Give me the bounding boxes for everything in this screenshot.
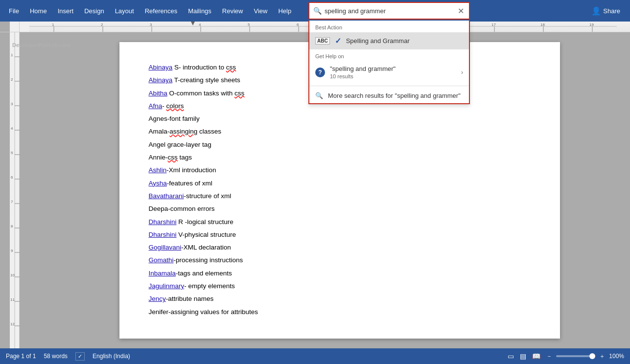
list-item: Angel grace-layer tag (149, 139, 531, 151)
list-item: Jagulinmary- empty elements (149, 280, 531, 292)
svg-text:5: 5 (11, 151, 13, 155)
link-gomathi[interactable]: Gomathi (149, 256, 174, 264)
search-container: 🔍 ✕ Best Action ABC ✓ Spelling and Gramm… (308, 2, 470, 20)
link-afna[interactable]: Afna (149, 102, 163, 110)
link-inbamala[interactable]: Inbamala (149, 270, 176, 277)
status-right: ▭ ▤ 📖 － ＋ 100% (506, 351, 624, 361)
list-item: Gogillavani-XML declaration (149, 242, 531, 253)
print-layout-button[interactable]: ▭ (506, 351, 516, 361)
svg-text:1: 1 (52, 23, 54, 27)
svg-text:2: 2 (11, 77, 13, 82)
list-item: Agnes-font family (149, 113, 531, 125)
menu-design[interactable]: Design (79, 4, 109, 18)
checkmark-icon: ✓ (335, 36, 341, 46)
svg-text:1: 1 (11, 53, 13, 57)
get-help-label: Get Help on (309, 49, 469, 61)
menu-mailings[interactable]: Mailings (183, 4, 216, 18)
list-item: Dharshini R -logical structure (149, 216, 531, 228)
list-item: Gomathi-processing instructions (149, 254, 531, 266)
word-count: 58 words (44, 353, 68, 360)
zoom-level: 100% (609, 353, 624, 360)
svg-text:11: 11 (10, 297, 15, 302)
link-jency[interactable]: Jency (149, 295, 166, 302)
list-item: Dharshini V-physical structure (149, 229, 531, 241)
menu-references[interactable]: References (140, 4, 182, 18)
link-ashlin[interactable]: Ashlin (149, 166, 167, 174)
list-item: Jenifer-assigning values for attributes (149, 306, 531, 318)
svg-text:5: 5 (248, 23, 250, 27)
link-jagulinmary[interactable]: Jagulinmary (149, 282, 185, 290)
link-bavatharani[interactable]: Bavatharani (149, 192, 184, 200)
help-query-text: "spelling and grammer" 10 results (330, 65, 456, 80)
squiggle-css-2: css (234, 90, 244, 97)
zoom-in-button[interactable]: ＋ (599, 352, 605, 361)
view-icons: ▭ ▤ 📖 (506, 351, 542, 361)
close-icon[interactable]: ✕ (457, 6, 465, 16)
menu-home[interactable]: Home (25, 4, 52, 18)
person-icon: 👤 (591, 6, 601, 16)
search-more-icon: 🔍 (315, 92, 323, 99)
search-input[interactable] (325, 7, 457, 15)
vertical-ruler: 1 2 3 4 5 6 7 8 9 10 11 12 (10, 32, 20, 348)
svg-text:3: 3 (150, 23, 152, 27)
svg-text:6: 6 (297, 23, 299, 27)
svg-text:3: 3 (11, 102, 13, 106)
svg-text:6: 6 (11, 175, 13, 180)
link-dharshini-v[interactable]: Dharshini (149, 231, 177, 238)
svg-text:19: 19 (589, 23, 594, 27)
more-results[interactable]: 🔍 More search results for "spelling and … (309, 88, 469, 103)
link-gogillavani[interactable]: Gogillavani (149, 244, 182, 251)
svg-text:4: 4 (199, 23, 201, 27)
menu-file[interactable]: File (4, 4, 24, 18)
zoom-thumb (589, 353, 595, 359)
best-action-item: Spelling and Grammar (346, 37, 463, 45)
link-dharshini-r[interactable]: Dharshini (149, 218, 177, 226)
proofing-icon[interactable]: ✓ (75, 352, 85, 361)
svg-text:7: 7 (11, 200, 13, 204)
squiggle-colors: colors (166, 102, 184, 110)
help-icon: ? (315, 68, 325, 77)
zoom-out-button[interactable]: － (546, 352, 552, 361)
list-item: Ashlin-Xml introduction (149, 164, 531, 176)
search-box: 🔍 ✕ (308, 2, 470, 20)
svg-text:2: 2 (101, 23, 103, 27)
list-item: Inbamala-tags and elements (149, 268, 531, 279)
list-item: Jency-attribute names (149, 293, 531, 305)
list-item: Annie-css tags (149, 152, 531, 163)
list-item: Bavatharani-structure of xml (149, 190, 531, 202)
link-abitha[interactable]: Abitha (149, 90, 167, 97)
more-results-label: More search results for "spelling and gr… (328, 92, 463, 99)
web-layout-button[interactable]: ▤ (518, 351, 528, 361)
svg-text:18: 18 (540, 23, 545, 27)
squiggle-css-1: css (226, 64, 236, 71)
spelling-grammar-result[interactable]: ABC ✓ Spelling and Grammar (309, 32, 469, 49)
list-item: Aysha-features of xml (149, 178, 531, 189)
page-count: Page 1 of 1 (6, 353, 36, 360)
abc-icon: ABC (315, 37, 330, 45)
menu-view[interactable]: View (249, 4, 272, 18)
search-dropdown: Best Action ABC ✓ Spelling and Grammar G… (308, 21, 470, 104)
svg-text:17: 17 (491, 23, 496, 27)
search-icon: 🔍 (313, 7, 322, 15)
menu-layout[interactable]: Layout (110, 4, 139, 18)
menu-review[interactable]: Review (217, 4, 248, 18)
zoom-slider[interactable] (556, 355, 595, 357)
squiggle-css-3: css (168, 154, 178, 161)
share-label: Share (603, 7, 620, 15)
help-result[interactable]: ? "spelling and grammer" 10 results › (309, 61, 469, 84)
menu-help[interactable]: Help (273, 4, 296, 18)
svg-text:4: 4 (11, 126, 13, 131)
link-abinaya-t[interactable]: Abinaya (149, 76, 173, 84)
read-mode-button[interactable]: 📖 (530, 351, 542, 361)
list-item: Deepa-common errors (149, 203, 531, 215)
svg-text:10: 10 (10, 273, 15, 277)
link-abinaya-s[interactable]: Abinaya (149, 64, 173, 71)
best-action-label: Best Action (309, 21, 469, 32)
divider (309, 86, 469, 86)
svg-text:12: 12 (10, 322, 15, 326)
menu-insert[interactable]: Insert (53, 4, 79, 18)
language: English (India) (93, 353, 130, 360)
svg-text:8: 8 (11, 224, 13, 228)
link-aysha[interactable]: Aysha (149, 180, 167, 187)
share-button[interactable]: 👤 Share (585, 4, 626, 18)
